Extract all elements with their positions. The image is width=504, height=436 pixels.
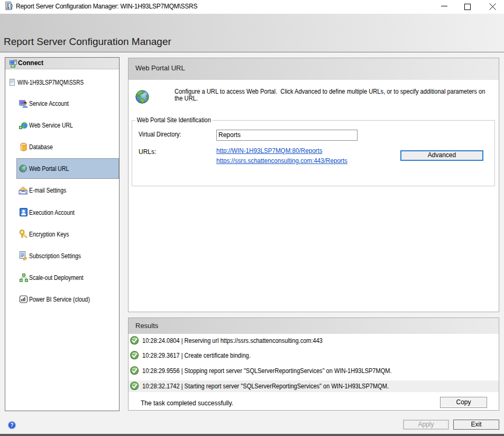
svg-text:?: ? bbox=[10, 422, 13, 428]
